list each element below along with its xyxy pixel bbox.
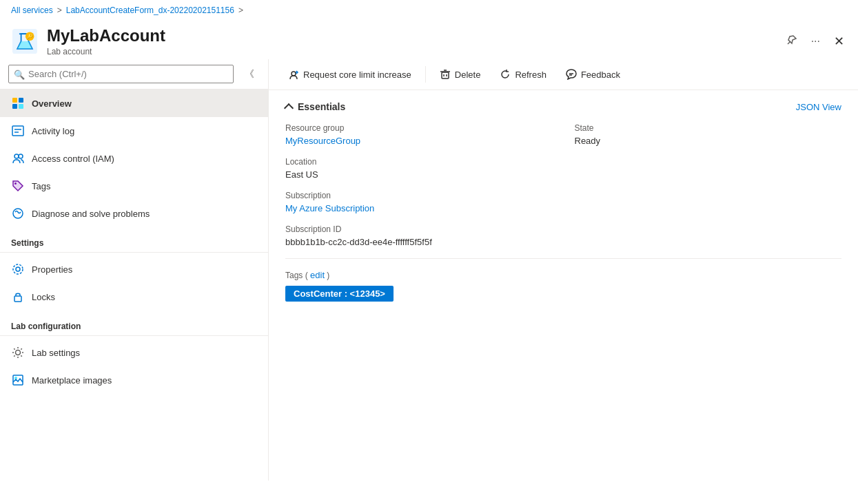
- toolbar: Request core limit increase Delete: [269, 59, 858, 90]
- svg-line-4: [788, 41, 790, 44]
- more-button[interactable]: ···: [808, 32, 823, 50]
- marketplace-images-icon: [11, 373, 25, 387]
- state-value: Ready: [575, 136, 842, 146]
- sidebar-item-diagnose[interactable]: Diagnose and solve problems: [0, 200, 268, 227]
- breadcrumb-resource-name[interactable]: LabAccountCreateForm_dx-20220202151156: [66, 6, 234, 15]
- chevron-up-icon[interactable]: [284, 103, 294, 112]
- tags-edit-link[interactable]: edit: [310, 270, 325, 280]
- svg-point-17: [13, 264, 23, 274]
- request-core-limit-icon: [288, 69, 299, 80]
- svg-rect-23: [442, 72, 449, 78]
- diagnose-icon: [11, 207, 25, 220]
- svg-point-12: [14, 154, 19, 158]
- sidebar-item-diagnose-label: Diagnose and solve problems: [32, 209, 150, 219]
- sidebar-item-properties-label: Properties: [32, 264, 72, 275]
- sidebar-item-properties[interactable]: Properties: [0, 255, 268, 283]
- sidebar-item-tags[interactable]: Tags: [0, 172, 268, 200]
- activity-log-icon: [11, 124, 25, 138]
- svg-rect-18: [14, 296, 21, 302]
- search-bar-container: 🔍 《: [0, 59, 268, 90]
- breadcrumb-sep2: >: [238, 6, 243, 15]
- tags-icon: [11, 179, 25, 193]
- feedback-label: Feedback: [581, 70, 620, 80]
- close-button[interactable]: ✕: [831, 31, 847, 52]
- essentials-panel: Essentials JSON View Resource group MyRe…: [269, 90, 858, 313]
- sidebar-item-access-control-label: Access control (IAM): [32, 154, 114, 164]
- request-core-limit-button[interactable]: Request core limit increase: [280, 65, 420, 84]
- properties-icon: [11, 262, 25, 276]
- json-view-link[interactable]: JSON View: [796, 102, 841, 112]
- subscription-label: Subscription: [285, 191, 553, 200]
- essentials-grid: Resource group MyResourceGroup State Rea…: [285, 123, 841, 247]
- delete-button[interactable]: Delete: [431, 65, 489, 84]
- refresh-button[interactable]: Refresh: [491, 65, 555, 84]
- tags-row: Tags ( edit ) CostCenter : <12345>: [285, 270, 841, 302]
- sidebar-item-overview[interactable]: Overview: [0, 90, 268, 117]
- sidebar-item-lab-settings-label: Lab settings: [32, 348, 80, 358]
- content-area: Request core limit increase Delete: [269, 59, 858, 481]
- svg-point-16: [16, 267, 20, 271]
- sidebar: 🔍 《 Overview: [0, 59, 269, 481]
- page-title: MyLabAccount: [47, 26, 775, 45]
- subscription-id-field: Subscription ID bbbb1b1b-cc2c-dd3d-ee4e-…: [285, 224, 553, 247]
- svg-point-22: [292, 72, 296, 76]
- header-text-block: MyLabAccount Lab account: [47, 26, 775, 56]
- subscription-field: Subscription My Azure Subscription: [285, 191, 553, 213]
- state-label: State: [575, 123, 842, 133]
- sidebar-item-activity-log[interactable]: Activity log: [0, 117, 268, 145]
- toolbar-separator-1: [425, 66, 426, 83]
- sidebar-item-marketplace-images-label: Marketplace images: [32, 375, 112, 386]
- svg-rect-5: [12, 98, 17, 103]
- page-subtitle: Lab account: [47, 47, 775, 56]
- svg-rect-9: [12, 126, 23, 136]
- resource-group-label: Resource group: [285, 123, 553, 133]
- header-actions: ··· ✕: [784, 31, 847, 52]
- overview-icon: [11, 96, 25, 110]
- feedback-icon: [566, 69, 577, 80]
- sidebar-item-access-control[interactable]: Access control (IAM): [0, 145, 268, 172]
- sidebar-scroll: Overview Activity log: [0, 90, 268, 394]
- collapse-sidebar-button[interactable]: 《: [239, 65, 260, 83]
- breadcrumb: All services > LabAccountCreateForm_dx-2…: [0, 0, 858, 21]
- grid-spacer-2: [575, 191, 842, 213]
- breadcrumb-sep1: >: [57, 6, 62, 15]
- essentials-divider: [285, 258, 841, 259]
- close-icon: ✕: [834, 34, 844, 48]
- sidebar-item-lab-settings[interactable]: Lab settings: [0, 339, 268, 366]
- svg-point-14: [14, 182, 17, 185]
- essentials-header: Essentials JSON View: [285, 101, 841, 112]
- delete-label: Delete: [455, 70, 481, 80]
- resource-icon: 🔑: [11, 28, 39, 55]
- settings-section-label: Settings: [0, 227, 268, 253]
- location-label: Location: [285, 157, 553, 167]
- location-field: Location East US: [285, 157, 553, 180]
- pin-button[interactable]: [784, 32, 800, 51]
- sidebar-item-overview-label: Overview: [32, 98, 72, 109]
- sidebar-item-activity-log-label: Activity log: [32, 126, 74, 136]
- tags-label: Tags ( edit ): [285, 270, 841, 280]
- svg-point-15: [13, 209, 23, 218]
- svg-text:🔑: 🔑: [26, 33, 34, 41]
- resource-group-value[interactable]: MyResourceGroup: [285, 136, 553, 146]
- sidebar-item-tags-label: Tags: [32, 181, 50, 191]
- sidebar-item-marketplace-images[interactable]: Marketplace images: [0, 366, 268, 394]
- refresh-label: Refresh: [515, 70, 547, 80]
- sidebar-item-locks[interactable]: Locks: [0, 283, 268, 311]
- grid-spacer: [575, 157, 842, 180]
- svg-rect-8: [19, 104, 23, 109]
- ellipsis-icon: ···: [811, 35, 820, 47]
- breadcrumb-all-services[interactable]: All services: [11, 6, 53, 15]
- essentials-title: Essentials: [285, 101, 345, 112]
- svg-point-13: [19, 154, 23, 158]
- location-value: East US: [285, 169, 553, 180]
- cost-center-tag[interactable]: CostCenter : <12345>: [285, 286, 394, 302]
- feedback-button[interactable]: Feedback: [558, 65, 629, 84]
- lab-config-section-label: Lab configuration: [0, 311, 268, 336]
- svg-point-19: [16, 350, 21, 355]
- lab-settings-icon: [11, 346, 25, 359]
- main-layout: 🔍 《 Overview: [0, 59, 858, 481]
- subscription-value[interactable]: My Azure Subscription: [285, 203, 553, 213]
- page-header: 🔑 MyLabAccount Lab account ··· ✕: [0, 21, 858, 59]
- search-input[interactable]: [8, 65, 234, 83]
- locks-icon: [11, 290, 25, 304]
